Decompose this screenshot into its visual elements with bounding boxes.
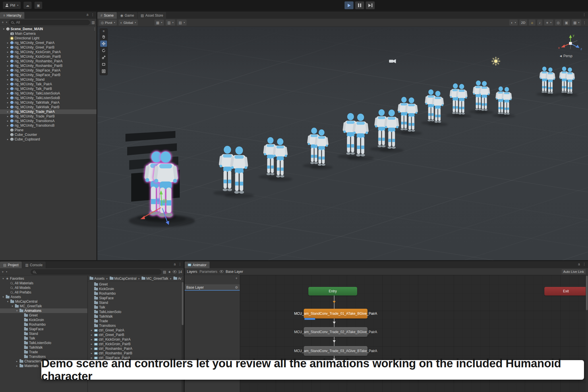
file-item[interactable]: ▸ctrl_KickGroin_PairB — [88, 342, 181, 346]
hierarchy-root-item[interactable]: ▾Scene_Demo_MAIN⋮ — [0, 27, 96, 31]
layer-settings-gear-icon[interactable]: ⚙ — [235, 285, 238, 289]
hand-tool-button[interactable] — [100, 34, 107, 40]
layer-item-base-layer[interactable]: Base Layer ⚙ — [185, 284, 240, 291]
project-tree-item[interactable]: TalkListenSolo — [0, 341, 87, 345]
hierarchy-item[interactable]: ▸rig_MCUnity_TransitionsB — [0, 123, 96, 128]
animator-scrollbar[interactable] — [586, 275, 588, 392]
tab-hierarchy[interactable]: ≡ Hierarchy — [0, 12, 25, 19]
snap-increment-button[interactable]: ▥▾ — [166, 20, 175, 26]
tab-scene[interactable]: # Scene — [97, 12, 117, 19]
breadcrumb-segment[interactable]: Animations — [173, 277, 181, 281]
create-asset-button[interactable]: + — [2, 270, 4, 274]
shading-mode-button[interactable]: ◐▾ — [509, 20, 518, 26]
hierarchy-item[interactable]: ▸rig_MCUnity_TalkWalk_PairA — [0, 100, 96, 105]
layout-button[interactable]: ▣ — [34, 2, 42, 9]
transform-tool-button[interactable] — [100, 68, 107, 74]
project-tree-item[interactable]: TalkWalk — [0, 345, 87, 350]
file-item[interactable]: ▸ctrl_Greet_PairB — [88, 333, 181, 337]
project-tree-item[interactable]: All Prefabs — [0, 290, 87, 295]
file-item[interactable]: ▸ctrl_Roshambo_PairA — [88, 346, 181, 351]
hierarchy-item[interactable]: ▸rig_MCUnity_TransitionsA — [0, 119, 96, 123]
file-item[interactable]: Talk — [88, 305, 181, 310]
file-item[interactable]: Trade — [88, 319, 181, 323]
hierarchy-item[interactable]: ▸rig_MCUnity_KickGroin_PairA — [0, 50, 96, 54]
hierarchy-item[interactable]: ▸rig_MCUnity_SlapFace_PairB — [0, 73, 96, 77]
hierarchy-item[interactable]: ▸rig_MCUnity_SlapFace_PairA — [0, 68, 96, 73]
file-item[interactable]: TalkListenSolo — [88, 310, 181, 314]
sun-light-gizmo-icon[interactable] — [492, 57, 500, 65]
hidden-count-eye-icon[interactable] — [173, 271, 177, 273]
lighting-toggle-button[interactable]: ☼ — [529, 20, 535, 26]
lock-icon[interactable]: a — [174, 262, 176, 266]
tab-animator[interactable]: Animator — [185, 262, 210, 268]
project-tree-item[interactable]: All Materials — [0, 281, 87, 285]
hierarchy-item[interactable]: ▸Cube_Cupboard — [0, 137, 96, 142]
global-toggle-button[interactable]: ◐ Global ▾ — [119, 20, 138, 26]
pause-button[interactable] — [355, 1, 364, 9]
state-node[interactable]: MCU_am_StandConv_Trade_02_ATake_BGive_Pa… — [304, 327, 368, 337]
file-item[interactable]: ▸ctrl_KickGroin_PairA — [88, 337, 181, 342]
snap-settings-button[interactable]: ▤▾ — [177, 20, 186, 26]
project-tree-item[interactable]: ▾MC_GreetTalk — [0, 304, 87, 308]
breadcrumb-segment[interactable]: MoCapCentral — [110, 277, 136, 281]
hierarchy-item[interactable]: Cube_Counter — [0, 132, 96, 137]
project-tree-item[interactable]: SlapFace — [0, 327, 87, 331]
tab-asset-store[interactable]: ▤ Asset Store — [138, 12, 167, 19]
hierarchy-item[interactable]: ▸rig_MCUnity_KickGroin_PairB — [0, 54, 96, 59]
file-item[interactable]: ▸ctrl_Roshambo_PairB — [88, 351, 181, 356]
panel-menu-icon[interactable]: ⋮ — [91, 13, 94, 17]
file-item[interactable]: KickGroin — [88, 287, 181, 291]
file-item[interactable]: TalkWalk — [88, 314, 181, 319]
file-item[interactable]: Roshambo — [88, 291, 181, 296]
breadcrumb-segment[interactable]: MC_GreetTalk — [142, 277, 168, 281]
2d-toggle-button[interactable]: 2D — [519, 20, 527, 26]
account-button[interactable]: PM ▾ — [3, 2, 21, 9]
project-tree-item[interactable]: ▾Animations — [0, 308, 87, 313]
project-tree-item[interactable]: Stand — [0, 331, 87, 336]
grid-snap-button[interactable]: ▦▾ — [154, 20, 164, 26]
project-tree-item[interactable]: ▾Assets — [0, 295, 87, 299]
graph-breadcrumb[interactable]: Base Layer — [226, 270, 243, 274]
hierarchy-item[interactable]: ▸rig_MCUnity_Greet_PairB — [0, 45, 96, 50]
scale-tool-button[interactable] — [100, 54, 107, 61]
hierarchy-item[interactable]: ▸rig_MCUnity_Talk_PairA — [0, 82, 96, 86]
toolbar-menu-icon[interactable]: ⋮ — [583, 21, 586, 25]
eye-icon[interactable] — [220, 270, 223, 273]
parameters-tab[interactable]: Parameters — [200, 270, 217, 274]
add-object-button[interactable]: + — [2, 20, 4, 24]
hierarchy-item[interactable]: ▸rig_MCUnity_Greet_PairA — [0, 40, 96, 45]
lock-icon[interactable]: a — [86, 13, 88, 17]
entry-node[interactable]: Entry — [308, 287, 357, 296]
breadcrumb-segment[interactable]: Assets — [90, 277, 105, 281]
project-search-input[interactable] — [31, 269, 161, 275]
file-item[interactable]: ▸ctrl_Greet_PairA — [88, 328, 181, 333]
hierarchy-item[interactable]: ▸rig_MCUnity_Stand — [0, 77, 96, 82]
package-filter-icon[interactable]: ▤ — [163, 270, 166, 274]
auto-live-link-button[interactable]: Auto Live Link — [562, 269, 586, 274]
exit-node[interactable]: Exit — [544, 287, 587, 296]
step-button[interactable] — [366, 1, 375, 9]
layers-tab[interactable]: Layers — [187, 270, 197, 274]
project-tree-item[interactable]: ▾MoCapCentral — [0, 299, 87, 304]
hierarchy-item[interactable]: ▸rig_MCUnity_Roshambo_PairA — [0, 59, 96, 63]
tab-project[interactable]: ▤ Project — [0, 262, 22, 268]
hierarchy-item[interactable]: ▸rig_MCUnity_Talk_PairB — [0, 86, 96, 91]
camera-gizmo-icon[interactable] — [389, 59, 396, 63]
add-layer-button[interactable]: + — [235, 276, 237, 280]
tab-console[interactable]: ▥ Console — [22, 262, 46, 268]
play-button[interactable] — [345, 1, 353, 9]
pivot-toggle-button[interactable]: ◎ Pivot ▾ — [99, 20, 117, 26]
scene-viewport[interactable]: ≡ — [97, 27, 588, 260]
tab-game[interactable]: ◉ Game — [117, 12, 138, 19]
scene-3d-canvas[interactable]: y x z ◄ Persp — [97, 27, 588, 260]
toolstrip-handle-icon[interactable]: ≡ — [103, 29, 105, 33]
project-tree-item[interactable]: ▾★Favorites — [0, 276, 87, 281]
hierarchy-item[interactable]: ▸rig_MCUnity_TalkWalk_PairB — [0, 105, 96, 109]
state-node[interactable]: MCU_am_StandConv_Trade_03_AGive_BTake_Pa… — [304, 346, 368, 356]
hierarchy-item[interactable]: ▸rig_MCUnity_Roshambo_PairB — [0, 63, 96, 68]
panel-menu-icon[interactable]: ⋮ — [583, 13, 586, 17]
file-item[interactable]: Stand — [88, 300, 181, 305]
rect-tool-button[interactable] — [100, 61, 107, 67]
camera-settings-button[interactable]: ▣ — [563, 20, 570, 26]
hierarchy-item[interactable]: ▸rig_MCUnity_Trade_PairA — [0, 109, 96, 114]
